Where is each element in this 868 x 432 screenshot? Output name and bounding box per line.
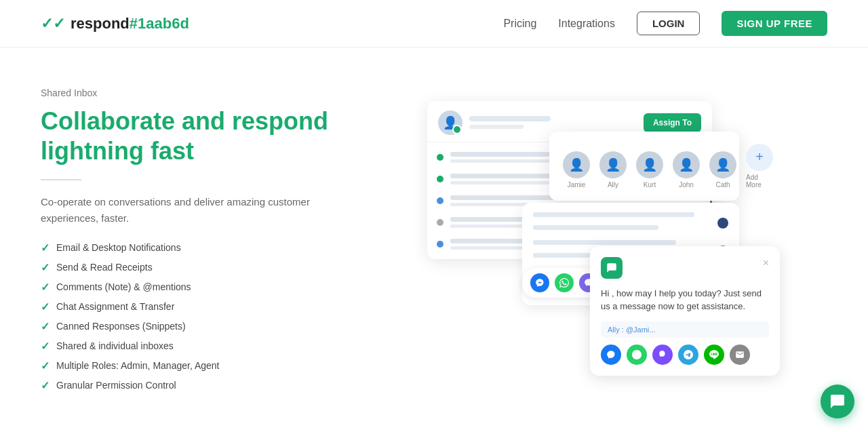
section-label: Shared Inbox: [41, 87, 393, 98]
logo-checkmark-icon: ✓✓: [41, 15, 65, 33]
divider: [41, 179, 81, 180]
login-button[interactable]: LOGIN: [637, 12, 701, 35]
widget-messenger-icon[interactable]: [601, 345, 621, 365]
list-item: ✓ Comments (Note) & @mentions: [41, 281, 393, 294]
logo[interactable]: ✓✓ respond#1aab6d: [41, 15, 189, 33]
feature-label: Multiple Roles: Admin, Manager, Agent: [56, 360, 219, 371]
agent-avatar: 👤 Cath: [709, 151, 736, 189]
feature-label: Shared & individual inboxes: [56, 340, 174, 351]
list-item: ✓ Canned Responses (Snippets): [41, 320, 393, 333]
check-icon: ✓: [41, 300, 50, 313]
widget-message: Hi , how may I help you today? Just send…: [601, 287, 769, 313]
line: [469, 116, 551, 121]
widget-channels: [601, 345, 769, 365]
agent-name: John: [679, 181, 694, 189]
chat-line: [533, 212, 694, 217]
agent-name: Ally: [608, 181, 618, 189]
feature-label: Chat Assignment & Transfer: [56, 301, 174, 312]
agent-avatar: 👤 Ally: [599, 151, 627, 189]
hero-headline: Collaborate and respond lightning fast: [41, 106, 393, 165]
agent-circle: 👤: [709, 151, 736, 178]
check-icon: ✓: [41, 340, 50, 353]
agent-avatar: 👤 Jamie: [563, 151, 590, 189]
avatar-icon: 👤: [443, 115, 458, 130]
check-icon: ✓: [41, 281, 50, 294]
status-dot: [437, 197, 443, 204]
close-icon[interactable]: ×: [763, 257, 769, 269]
agent-panel: 👤 Jamie 👤 Ally 👤 Kurt 👤 John: [549, 132, 739, 201]
float-chat-button[interactable]: [821, 385, 854, 418]
check-icon: ✓: [41, 261, 50, 274]
list-item: ✓ Shared & individual inboxes: [41, 340, 393, 353]
chat-widget: × Hi , how may I help you today? Just se…: [590, 246, 780, 376]
feature-label: Granular Permission Control: [56, 380, 176, 391]
widget-email-icon[interactable]: [730, 345, 750, 365]
add-agent-avatar[interactable]: + Add More: [746, 144, 773, 189]
feature-label: Canned Responses (Snippets): [56, 321, 186, 332]
hero-illustration: 👤 Assign To: [393, 47, 827, 432]
mention-bar: Ally : @Jami...: [601, 321, 769, 338]
message-bubble: [717, 218, 728, 229]
agent-circle: 👤: [673, 151, 700, 178]
status-dot: [437, 154, 443, 161]
messenger-channel-icon[interactable]: [530, 273, 549, 292]
chat-row: [533, 212, 728, 235]
illustration-wrapper: 👤 Assign To: [427, 94, 793, 386]
check-icon: ✓: [41, 379, 50, 392]
whatsapp-channel-icon[interactable]: [555, 273, 574, 292]
widget-whatsapp-icon[interactable]: [627, 345, 647, 365]
list-item: ✓ Email & Desktop Notifications: [41, 241, 393, 254]
list-item: ✓ Send & Read Receipts: [41, 261, 393, 274]
status-dot: [437, 176, 443, 182]
agent-avatar: 👤 John: [673, 151, 700, 189]
chat-lines: [533, 212, 712, 235]
mention-tag: @Jami...: [626, 326, 656, 334]
header: ✓✓ respond#1aab6d Pricing Integrations L…: [0, 0, 868, 47]
agent-circle: 👤: [563, 151, 590, 178]
widget-telegram-icon[interactable]: [678, 345, 698, 365]
hero-description: Co-operate on conversations and deliver …: [41, 194, 339, 227]
agent-name: Cath: [715, 181, 730, 189]
widget-line-icon[interactable]: [704, 345, 724, 365]
agent-circle: 👤: [636, 151, 663, 178]
add-agent-button[interactable]: +: [746, 144, 773, 171]
agent-name: Jamie: [568, 181, 586, 189]
main-content: Shared Inbox Collaborate and respond lig…: [0, 47, 868, 432]
widget-viber-icon[interactable]: [652, 345, 673, 365]
user-avatar: 👤: [438, 111, 462, 135]
chat-line: [533, 225, 658, 230]
integrations-link[interactable]: Integrations: [558, 18, 615, 30]
pricing-link[interactable]: Pricing: [503, 18, 536, 30]
assign-to-button[interactable]: Assign To: [644, 113, 701, 132]
agent-name: Kurt: [644, 181, 656, 189]
hero-left: Shared Inbox Collaborate and respond lig…: [41, 87, 393, 391]
signup-button[interactable]: SIGN UP FREE: [722, 11, 827, 36]
chat-line: [533, 240, 676, 245]
feature-list: ✓ Email & Desktop Notifications ✓ Send &…: [41, 241, 393, 392]
status-dot: [437, 241, 443, 248]
list-item: ✓ Chat Assignment & Transfer: [41, 300, 393, 313]
add-more-label: Add More: [746, 174, 773, 189]
widget-logo: [601, 257, 623, 279]
feature-label: Send & Read Receipts: [56, 262, 153, 273]
logo-text: respond#1aab6d: [71, 15, 189, 33]
mention-user: Ally :: [608, 326, 626, 334]
line: [469, 125, 524, 129]
check-icon: ✓: [41, 241, 50, 254]
list-item: ✓ Granular Permission Control: [41, 379, 393, 392]
agent-avatar: 👤 Kurt: [636, 151, 663, 189]
list-item: ✓ Multiple Roles: Admin, Manager, Agent: [41, 359, 393, 372]
feature-label: Email & Desktop Notifications: [56, 242, 181, 253]
main-nav: Pricing Integrations LOGIN SIGN UP FREE: [503, 11, 827, 36]
widget-header: ×: [601, 257, 769, 279]
header-lines: [469, 116, 644, 129]
check-icon: ✓: [41, 320, 50, 333]
agent-circle: 👤: [599, 151, 627, 178]
feature-label: Comments (Note) & @mentions: [56, 281, 191, 292]
check-icon: ✓: [41, 359, 50, 372]
agent-row: 👤 Jamie 👤 Ally 👤 Kurt 👤 John: [563, 144, 726, 189]
status-dot: [437, 219, 443, 226]
